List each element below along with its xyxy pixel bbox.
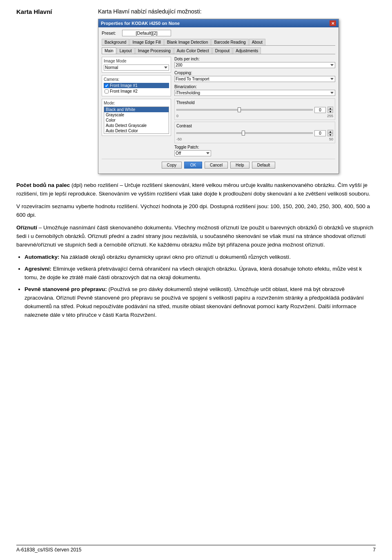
binarization-label: Binarization: bbox=[174, 84, 335, 89]
footer-left: A-61838_cs/ISIS červen 2015 bbox=[16, 547, 81, 553]
tab-image-edge-fill[interactable]: Image Edge Fill bbox=[129, 39, 163, 45]
mode-item-auto-grayscale[interactable]: Auto Detect Grayscale bbox=[104, 123, 169, 128]
image-mode-label: Image Mode bbox=[104, 59, 169, 63]
camera-label-front1: Front Image #1 bbox=[110, 83, 138, 88]
tabs-top-bar: Background Image Edge Fill Blank Image D… bbox=[102, 39, 335, 46]
contrast-track[interactable] bbox=[176, 132, 313, 134]
mode-item-auto-color[interactable]: Auto Detect Color bbox=[104, 128, 169, 133]
binarization-dropdown[interactable]: iThresholding bbox=[174, 90, 335, 96]
preset-label: Preset: bbox=[102, 31, 122, 36]
help-button[interactable]: Help bbox=[230, 162, 249, 169]
para-crop-text: – Umožňuje nasnímání části skenovaného d… bbox=[16, 224, 373, 248]
camera-checkbox-front1[interactable] bbox=[105, 84, 109, 88]
bullet-aggressive-bold: Agresivní: bbox=[24, 266, 51, 272]
dialog-title: Properties for KODAK i4250 on None bbox=[101, 21, 180, 26]
camera-list: Front Image #1 Front Image #2 bbox=[104, 83, 169, 94]
dialog-footer: Copy OK Cancel Help Default bbox=[102, 159, 335, 170]
tab-about[interactable]: About bbox=[249, 39, 265, 45]
contrast-max: 50 bbox=[329, 137, 333, 141]
bullet-aggressive: Agresivní: Eliminuje veškerá přetrvávají… bbox=[24, 265, 376, 282]
camera-checkbox-front2[interactable] bbox=[105, 89, 109, 93]
para-dpi: Počet bodů na palec (dpi) nebo rozlišení… bbox=[16, 181, 376, 198]
toggle-patch-label: Toggle Patch: bbox=[174, 145, 335, 149]
threshold-thumb[interactable] bbox=[238, 107, 241, 112]
bullet-aggressive-text: Eliminuje veškerá přetrvávající černá oh… bbox=[24, 266, 362, 280]
body-text: Počet bodů na palec (dpi) nebo rozlišení… bbox=[16, 181, 376, 320]
contrast-label: Contrast bbox=[176, 124, 333, 128]
contrast-spin-down[interactable]: ▼ bbox=[327, 133, 333, 136]
tab-auto-color-detect[interactable]: Auto Color Detect bbox=[174, 47, 212, 54]
tab-adjustments[interactable]: Adjustments bbox=[233, 47, 261, 54]
page-footer: A-61838_cs/ISIS červen 2015 7 bbox=[16, 545, 376, 553]
contrast-min: -50 bbox=[176, 137, 182, 141]
dpi-label: Dots per inch: bbox=[174, 57, 335, 61]
page-heading-left: Karta Hlavní bbox=[16, 8, 52, 15]
threshold-min: 0 bbox=[176, 114, 178, 118]
camera-section: Camera: Front Image #1 Front bbox=[102, 75, 171, 96]
contrast-spinner[interactable]: ▲ ▼ bbox=[327, 130, 333, 136]
threshold-spin-down[interactable]: ▼ bbox=[327, 110, 333, 113]
cropping-section: Cropping: Fixed To Transport bbox=[174, 71, 335, 82]
toggle-patch-section: Toggle Patch: Off bbox=[174, 145, 335, 156]
dpi-dropdown[interactable]: 200 bbox=[174, 62, 335, 68]
threshold-label: Threshold bbox=[176, 100, 333, 105]
tab-dropout[interactable]: Dropout bbox=[212, 47, 233, 54]
contrast-thumb[interactable] bbox=[242, 131, 245, 136]
threshold-section: Threshold 0 ▲ ▼ bbox=[174, 98, 335, 120]
contrast-spin-up[interactable]: ▲ bbox=[327, 130, 333, 133]
cancel-button[interactable]: Cancel bbox=[205, 162, 228, 169]
threshold-value[interactable]: 0 bbox=[314, 107, 326, 113]
tabs-bottom-bar: Main Layout Image Processing Auto Color … bbox=[102, 47, 335, 54]
cropping-dropdown[interactable]: Fixed To Transport bbox=[174, 76, 335, 82]
toggle-patch-dropdown[interactable]: Off bbox=[174, 150, 211, 156]
para-crop-bold: Oříznutí bbox=[16, 224, 37, 231]
bullet-fixed: Pevně stanovené pro přepravu: (Používá s… bbox=[24, 285, 376, 320]
tab-blank-image-detection[interactable]: Blank Image Detection bbox=[164, 39, 211, 45]
bullet-fixed-bold: Pevně stanovené pro přepravu: bbox=[24, 286, 107, 292]
camera-item-front2[interactable]: Front Image #2 bbox=[104, 89, 169, 94]
footer-right: 7 bbox=[373, 547, 376, 553]
mode-list: Black and White Grayscale Color Auto Det… bbox=[104, 107, 169, 134]
tab-barcode-reading[interactable]: Barcode Reading bbox=[211, 39, 248, 45]
dialog-titlebar: Properties for KODAK i4250 on None ✕ bbox=[98, 19, 339, 27]
tab-layout[interactable]: Layout bbox=[117, 47, 135, 54]
cropping-label: Cropping: bbox=[174, 71, 335, 75]
para-dpi-bold: Počet bodů na palec bbox=[16, 182, 70, 188]
threshold-spin-up[interactable]: ▲ bbox=[327, 107, 333, 110]
bullet-auto-text: Na základě okrajů obrázku dynamicky upra… bbox=[61, 254, 291, 260]
contrast-value[interactable]: 0 bbox=[314, 130, 326, 136]
para-crop: Oříznutí – Umožňuje nasnímání části sken… bbox=[16, 224, 376, 249]
properties-dialog: Properties for KODAK i4250 on None ✕ Pre… bbox=[98, 19, 339, 174]
dialog-close-button[interactable]: ✕ bbox=[330, 20, 336, 26]
preset-value: [Default][2] bbox=[122, 30, 171, 36]
mode-section: Mode: Black and White Grayscale Color Au… bbox=[102, 99, 171, 136]
tab-image-processing[interactable]: Image Processing bbox=[135, 47, 174, 54]
copy-button[interactable]: Copy bbox=[162, 162, 182, 169]
image-mode-dropdown[interactable]: Normal bbox=[104, 64, 169, 71]
mode-item-color[interactable]: Color bbox=[104, 118, 169, 123]
mode-item-bw[interactable]: Black and White bbox=[104, 107, 169, 112]
camera-label-front2: Front Image #2 bbox=[110, 89, 138, 93]
camera-item-front1[interactable]: Front Image #1 bbox=[104, 83, 169, 88]
page-intro: Karta Hlavní nabízí následující možnosti… bbox=[98, 8, 202, 15]
bullet-auto-bold: Automaticky: bbox=[24, 254, 60, 260]
bullet-auto: Automaticky: Na základě okrajů obrázku d… bbox=[24, 253, 376, 262]
mode-label: Mode: bbox=[104, 101, 169, 105]
tab-main[interactable]: Main bbox=[102, 47, 116, 54]
tab-background[interactable]: Background bbox=[102, 39, 129, 45]
camera-label: Camera: bbox=[104, 77, 169, 82]
contrast-section: Contrast 0 ▲ ▼ bbox=[174, 122, 335, 143]
threshold-max: 255 bbox=[327, 114, 333, 118]
para-dpi-values: V rozevíracím seznamu vyberte hodnotu ro… bbox=[16, 202, 376, 220]
threshold-spinner[interactable]: ▲ ▼ bbox=[327, 107, 333, 113]
threshold-track[interactable] bbox=[176, 109, 313, 111]
crop-options-list: Automaticky: Na základě okrajů obrázku d… bbox=[24, 253, 376, 319]
ok-button[interactable]: OK bbox=[184, 162, 202, 169]
binarization-section: Binarization: iThresholding bbox=[174, 84, 335, 96]
image-mode-section: Image Mode Normal bbox=[102, 57, 171, 73]
default-button[interactable]: Default bbox=[252, 162, 276, 169]
mode-item-grayscale[interactable]: Grayscale bbox=[104, 112, 169, 118]
dpi-section: Dots per inch: 200 bbox=[174, 57, 335, 68]
